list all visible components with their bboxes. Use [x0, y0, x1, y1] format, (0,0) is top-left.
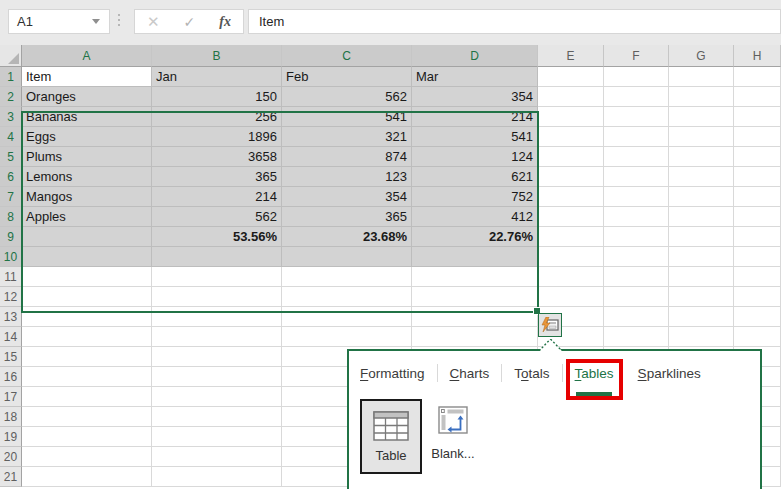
cell-B10[interactable] — [152, 247, 282, 267]
cell-C4[interactable]: 321 — [282, 127, 412, 147]
column-header-B[interactable]: B — [152, 45, 282, 67]
cell-G12[interactable] — [669, 287, 734, 307]
cell-E10[interactable] — [538, 247, 604, 267]
cell-G14[interactable] — [669, 327, 734, 347]
cell-E8[interactable] — [538, 207, 604, 227]
row-header-9[interactable]: 9 — [0, 227, 22, 247]
row-header-4[interactable]: 4 — [0, 127, 22, 147]
cell-D9[interactable]: 22.76% — [412, 227, 538, 247]
column-header-D[interactable]: D — [412, 45, 538, 67]
cell-E4[interactable] — [538, 127, 604, 147]
row-header-5[interactable]: 5 — [0, 147, 22, 167]
row-header-21[interactable]: 21 — [0, 467, 22, 487]
cell-C6[interactable]: 123 — [282, 167, 412, 187]
row-header-16[interactable]: 16 — [0, 367, 22, 387]
cell-A14[interactable] — [22, 327, 152, 347]
cell-E6[interactable] — [538, 167, 604, 187]
cell-F12[interactable] — [604, 287, 669, 307]
cell-F1[interactable] — [604, 67, 669, 87]
cell-A15[interactable] — [22, 347, 152, 367]
cell-A3[interactable]: Bananas — [22, 107, 152, 127]
cell-B6[interactable]: 365 — [152, 167, 282, 187]
cell-G11[interactable] — [669, 267, 734, 287]
cell-A10[interactable] — [22, 247, 152, 267]
cell-A20[interactable] — [22, 447, 152, 467]
cell-E7[interactable] — [538, 187, 604, 207]
cell-B7[interactable]: 214 — [152, 187, 282, 207]
cell-A9[interactable] — [22, 227, 152, 247]
column-header-G[interactable]: G — [669, 45, 734, 67]
quick-analysis-button[interactable] — [538, 313, 562, 337]
cell-D10[interactable] — [412, 247, 538, 267]
cell-H10[interactable] — [734, 247, 781, 267]
cell-B5[interactable]: 3658 — [152, 147, 282, 167]
row-header-18[interactable]: 18 — [0, 407, 22, 427]
cell-F2[interactable] — [604, 87, 669, 107]
enter-icon[interactable]: ✓ — [184, 15, 196, 29]
cell-B17[interactable] — [152, 387, 282, 407]
row-header-12[interactable]: 12 — [0, 287, 22, 307]
row-header-1[interactable]: 1 — [0, 67, 22, 87]
column-header-F[interactable]: F — [604, 45, 669, 67]
cell-D12[interactable] — [412, 287, 538, 307]
cell-D13[interactable] — [412, 307, 538, 327]
cell-G2[interactable] — [669, 87, 734, 107]
cell-E1[interactable] — [538, 67, 604, 87]
cell-D7[interactable]: 752 — [412, 187, 538, 207]
row-header-15[interactable]: 15 — [0, 347, 22, 367]
quick-analysis-tab-totals[interactable]: Totals — [514, 366, 549, 381]
row-header-10[interactable]: 10 — [0, 247, 22, 267]
cancel-icon[interactable]: ✕ — [147, 14, 160, 29]
cell-A21[interactable] — [22, 467, 152, 487]
cell-F6[interactable] — [604, 167, 669, 187]
cell-G13[interactable] — [669, 307, 734, 327]
cell-H7[interactable] — [734, 187, 781, 207]
cell-F10[interactable] — [604, 247, 669, 267]
cell-C1[interactable]: Feb — [282, 67, 412, 87]
cell-G7[interactable] — [669, 187, 734, 207]
cell-G4[interactable] — [669, 127, 734, 147]
blank-pivottable-option-button[interactable]: Blank... — [431, 406, 475, 461]
cell-A8[interactable]: Apples — [22, 207, 152, 227]
insert-function-icon[interactable]: fx — [219, 14, 231, 30]
cell-A5[interactable]: Plums — [22, 147, 152, 167]
cell-A1[interactable]: Item — [22, 67, 152, 87]
cell-F8[interactable] — [604, 207, 669, 227]
cell-F13[interactable] — [604, 307, 669, 327]
quick-analysis-tab-sparklines[interactable]: Sparklines — [638, 366, 701, 381]
cell-H2[interactable] — [734, 87, 781, 107]
cell-A17[interactable] — [22, 387, 152, 407]
cell-B12[interactable] — [152, 287, 282, 307]
cell-D6[interactable]: 621 — [412, 167, 538, 187]
row-header-3[interactable]: 3 — [0, 107, 22, 127]
cell-F5[interactable] — [604, 147, 669, 167]
cell-H3[interactable] — [734, 107, 781, 127]
cell-H11[interactable] — [734, 267, 781, 287]
row-header-11[interactable]: 11 — [0, 267, 22, 287]
cell-C11[interactable] — [282, 267, 412, 287]
cell-A19[interactable] — [22, 427, 152, 447]
cell-A7[interactable]: Mangos — [22, 187, 152, 207]
cell-A16[interactable] — [22, 367, 152, 387]
row-header-19[interactable]: 19 — [0, 427, 22, 447]
cell-D11[interactable] — [412, 267, 538, 287]
formula-bar[interactable]: Item — [248, 9, 781, 34]
row-header-7[interactable]: 7 — [0, 187, 22, 207]
table-option-button[interactable]: Table — [360, 399, 422, 474]
row-header-8[interactable]: 8 — [0, 207, 22, 227]
cell-B3[interactable]: 256 — [152, 107, 282, 127]
row-header-2[interactable]: 2 — [0, 87, 22, 107]
cell-A4[interactable]: Eggs — [22, 127, 152, 147]
cell-G9[interactable] — [669, 227, 734, 247]
row-header-14[interactable]: 14 — [0, 327, 22, 347]
row-header-13[interactable]: 13 — [0, 307, 22, 327]
cell-C2[interactable]: 562 — [282, 87, 412, 107]
cell-D4[interactable]: 541 — [412, 127, 538, 147]
cell-B8[interactable]: 562 — [152, 207, 282, 227]
row-header-17[interactable]: 17 — [0, 387, 22, 407]
cell-G1[interactable] — [669, 67, 734, 87]
cell-H9[interactable] — [734, 227, 781, 247]
cell-E5[interactable] — [538, 147, 604, 167]
cell-B21[interactable] — [152, 467, 282, 487]
cell-C13[interactable] — [282, 307, 412, 327]
